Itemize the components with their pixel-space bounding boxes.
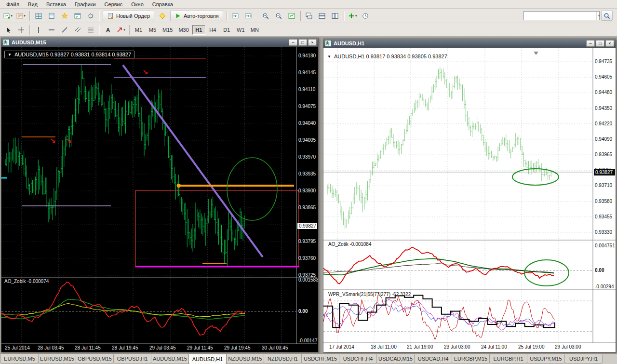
chart-shift-button[interactable] xyxy=(229,11,241,21)
timeframe-m30[interactable]: M30 xyxy=(176,25,191,35)
tab-eurgbp-m15[interactable]: EURGBP,M15 xyxy=(452,354,490,364)
menu-item-charts[interactable]: Графики xyxy=(70,1,100,8)
tab-nzdusd-m15[interactable]: NZDUSD,M15 xyxy=(226,354,264,364)
symbol-dropdown-icon[interactable]: ▼ xyxy=(8,53,12,57)
time-axis-label: 24 Jul 11:00 xyxy=(481,344,507,350)
close-button[interactable]: × xyxy=(605,40,614,47)
chart-area-audusd-m15[interactable]: ↘↘↘ ▼AUDUSD,M15 0.93827 0.93831 0.93814 … xyxy=(1,47,318,352)
timeframe-mn[interactable]: MN xyxy=(248,25,261,35)
tab-usdjpy-h1[interactable]: USDJPY,H1 xyxy=(564,354,603,364)
tab-usdchf-m15[interactable]: USDCHF,M15 xyxy=(301,354,339,364)
zoom-out-button[interactable] xyxy=(273,11,285,21)
indicators-button[interactable] xyxy=(286,11,298,21)
menu-item-file[interactable]: Файл xyxy=(2,1,24,8)
annotation-ellipse-12[interactable] xyxy=(227,158,277,220)
new-chart-button[interactable]: ▾ xyxy=(2,11,14,21)
tab-eurusd-m5[interactable]: EURUSD,M5 xyxy=(0,354,39,364)
new-order-button[interactable]: Новый Ордер xyxy=(103,11,154,21)
indicator-label: AO_Zobik -0.000074 xyxy=(4,279,49,284)
tab-eurusd-m15[interactable]: EURUSD,M15 xyxy=(38,354,76,364)
horizontal-line-button[interactable] xyxy=(45,25,57,35)
time-axis-label: 18 Jul 11:00 xyxy=(371,344,397,350)
chart-area-audusd-h1[interactable]: ▼AUDUSD,H1 0.93817 0.93834 0.93805 0.938… xyxy=(323,48,616,352)
tile-windows-horizontal-button[interactable] xyxy=(316,11,328,21)
cursor-button[interactable] xyxy=(2,25,14,35)
autotrading-button[interactable]: Авто-торговля xyxy=(170,11,223,21)
terminal-button[interactable] xyxy=(71,11,83,21)
search-input[interactable] xyxy=(524,12,596,19)
tab-audusd-h1[interactable]: AUDUSD,H1 xyxy=(188,354,227,364)
crosshair-button[interactable] xyxy=(15,25,27,35)
tab-gbpusd-h1[interactable]: GBPUSD,H1 xyxy=(113,354,151,364)
tab-nzdusd-h1[interactable]: NZDUSD,H1 xyxy=(264,354,302,364)
series-ao-signal-green xyxy=(1,299,245,319)
navigator-button[interactable] xyxy=(58,11,70,21)
dropdown-caret-icon: ▾ xyxy=(355,14,357,18)
annotation-dot-11[interactable] xyxy=(177,184,181,188)
metaeditor-button[interactable] xyxy=(156,11,168,21)
window-titlebar[interactable]: AUDUSD,M15 – □ × xyxy=(1,38,318,47)
audusd-m15-canvas[interactable]: ↘↘↘ xyxy=(1,47,317,352)
tab-audusd-m15[interactable]: AUDUSD,M15 xyxy=(151,354,189,364)
audusd-h1-canvas[interactable] xyxy=(323,48,616,352)
tab-usdjpy-m15[interactable]: USDJPY,M15 xyxy=(527,354,565,364)
menu-item-insert[interactable]: Вставка xyxy=(42,1,70,8)
clock-button[interactable] xyxy=(360,11,372,21)
minimize-button[interactable]: – xyxy=(289,39,297,46)
chart-window-audusd-h1[interactable]: AUDUSD,H1 – □ × ▼AUDUSD,H1 0.93817 0.938… xyxy=(323,39,616,352)
symbol-dropdown-icon[interactable]: ▼ xyxy=(327,54,331,59)
toolbar-separator xyxy=(300,11,301,21)
menu-item-view[interactable]: Вид xyxy=(24,1,42,8)
tile-windows-vertical-button[interactable] xyxy=(329,11,341,21)
cascade-windows-button[interactable] xyxy=(303,11,315,21)
annotation-ellipse-1[interactable] xyxy=(512,169,559,185)
window-titlebar[interactable]: AUDUSD,H1 – □ × xyxy=(323,39,616,48)
tab-usdcad-h4[interactable]: USDCAD,H4 xyxy=(414,354,452,364)
maximize-button[interactable]: □ xyxy=(596,40,604,47)
add-chart-button[interactable]: ▾ xyxy=(347,11,359,21)
chart-window-audusd-m15[interactable]: AUDUSD,M15 – □ × ↘↘↘ ▼AUDUSD,M15 0.93827… xyxy=(1,38,319,352)
annotation-rect-6[interactable] xyxy=(135,190,298,267)
menu-item-window[interactable]: Окно xyxy=(127,1,148,8)
menu-item-help[interactable]: Справка xyxy=(148,1,177,8)
search-box[interactable]: ▾ xyxy=(523,11,600,20)
timeframe-h4[interactable]: H4 xyxy=(206,25,219,35)
search-dropdown-icon[interactable]: ▾ xyxy=(596,12,602,20)
current-price-tag: 0.93827 xyxy=(297,223,317,229)
zoom-in-button[interactable] xyxy=(260,11,272,21)
fibonacci-button[interactable] xyxy=(84,25,96,35)
menu-item-service[interactable]: Сервис xyxy=(100,1,127,8)
data-window-button[interactable] xyxy=(45,11,57,21)
maximize-button[interactable]: □ xyxy=(298,39,307,46)
channel-button[interactable] xyxy=(71,25,83,35)
arrows-button[interactable]: ▾ xyxy=(115,25,127,35)
auto-scroll-button[interactable] xyxy=(242,11,255,21)
timeframe-w1[interactable]: W1 xyxy=(234,25,247,35)
close-button[interactable]: × xyxy=(308,39,317,46)
tab-eurgbp-h1[interactable]: EURGBP,H1 xyxy=(489,354,527,364)
cascade-windows-icon xyxy=(306,13,312,19)
menu-bar: ФайлВидВставкаГрафикиСервисОкноСправка xyxy=(0,0,617,9)
strategy-tester-button[interactable] xyxy=(84,11,96,21)
minimize-button[interactable]: – xyxy=(586,40,595,47)
metatrader-app: ФайлВидВставкаГрафикиСервисОкноСправка ▾… xyxy=(0,0,617,364)
timeframe-m15[interactable]: M15 xyxy=(160,25,175,35)
search-button[interactable] xyxy=(601,11,613,21)
price-axis-label: 0.93795 xyxy=(298,239,316,244)
timeframe-h1[interactable]: H1 xyxy=(192,25,205,35)
vertical-line-button[interactable] xyxy=(32,25,44,35)
tab-gbpusd-m15[interactable]: GBPUSD,M15 xyxy=(76,354,114,364)
market-watch-button[interactable] xyxy=(32,11,44,21)
ohlc-header[interactable]: ▼AUDUSD,H1 0.93817 0.93834 0.93805 0.938… xyxy=(327,54,447,59)
ohlc-header[interactable]: ▼AUDUSD,M15 0.93827 0.93831 0.93814 0.93… xyxy=(4,51,134,58)
timeframe-m1[interactable]: M1 xyxy=(132,25,145,35)
text-button[interactable]: A xyxy=(102,25,114,35)
trendline-button[interactable] xyxy=(58,25,70,35)
timeframe-m5[interactable]: M5 xyxy=(146,25,159,35)
tab-usdcad-m15[interactable]: USDCAD,M15 xyxy=(376,354,415,364)
time-axis-label: 25 Jul 2014 xyxy=(5,345,30,351)
profiles-button[interactable]: ▾ xyxy=(15,11,27,21)
tab-usdchf-h4[interactable]: USDCHF,H4 xyxy=(339,354,377,364)
window-chart-icon xyxy=(325,40,332,47)
timeframe-d1[interactable]: D1 xyxy=(220,25,233,35)
